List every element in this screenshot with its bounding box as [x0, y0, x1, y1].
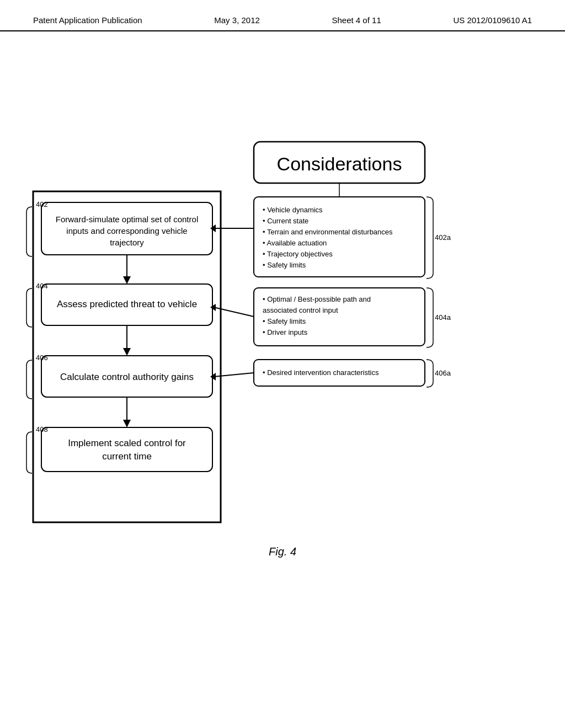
svg-text:Fig. 4: Fig. 4: [269, 545, 296, 558]
diagram-svg: Considerations Forward-simulate optimal …: [0, 70, 565, 728]
svg-text:Implement scaled control for: Implement scaled control for: [68, 438, 186, 448]
svg-text:Assess predicted threat to veh: Assess predicted threat to vehicle: [57, 299, 197, 309]
svg-text:• Safety limits: • Safety limits: [263, 261, 306, 269]
svg-text:406a: 406a: [435, 369, 451, 377]
svg-text:• Desired intervention charact: • Desired intervention characteristics: [263, 368, 379, 377]
svg-text:402: 402: [36, 200, 48, 208]
svg-text:• Terrain and environmental di: • Terrain and environmental disturbances: [263, 228, 393, 236]
svg-text:• Trajectory objectives: • Trajectory objectives: [263, 250, 333, 258]
svg-text:trajectory: trajectory: [110, 238, 144, 247]
svg-text:associated control input: associated control input: [263, 306, 338, 314]
svg-text:• Current state: • Current state: [263, 217, 308, 225]
svg-text:404: 404: [36, 282, 48, 290]
svg-text:Forward-simulate optimal set o: Forward-simulate optimal set of control: [56, 215, 198, 224]
svg-text:• Driver inputs: • Driver inputs: [263, 328, 308, 336]
main-content: Considerations Forward-simulate optimal …: [0, 31, 565, 721]
svg-text:inputs and corresponding vehic: inputs and corresponding vehicle: [66, 226, 187, 235]
svg-rect-20: [41, 427, 212, 472]
page-header: Patent Application Publication May 3, 20…: [0, 0, 565, 31]
svg-text:Considerations: Considerations: [277, 153, 402, 174]
svg-text:Calculate control authority ga: Calculate control authority gains: [60, 372, 194, 382]
svg-text:current time: current time: [102, 451, 152, 462]
header-date: May 3, 2012: [214, 15, 260, 25]
header-patent: US 2012/0109610 A1: [453, 15, 532, 25]
svg-text:• Available actuation: • Available actuation: [263, 239, 327, 247]
header-publication: Patent Application Publication: [33, 15, 142, 25]
svg-text:• Safety limits: • Safety limits: [263, 317, 306, 325]
svg-text:• Vehicle dynamics: • Vehicle dynamics: [263, 206, 323, 214]
header-sheet: Sheet 4 of 11: [332, 15, 381, 25]
svg-text:404a: 404a: [435, 313, 451, 322]
svg-text:406: 406: [36, 354, 48, 362]
svg-text:• Optimal / Best-possible path: • Optimal / Best-possible path and: [263, 295, 371, 303]
svg-text:402a: 402a: [435, 233, 451, 242]
svg-text:408: 408: [36, 425, 48, 433]
